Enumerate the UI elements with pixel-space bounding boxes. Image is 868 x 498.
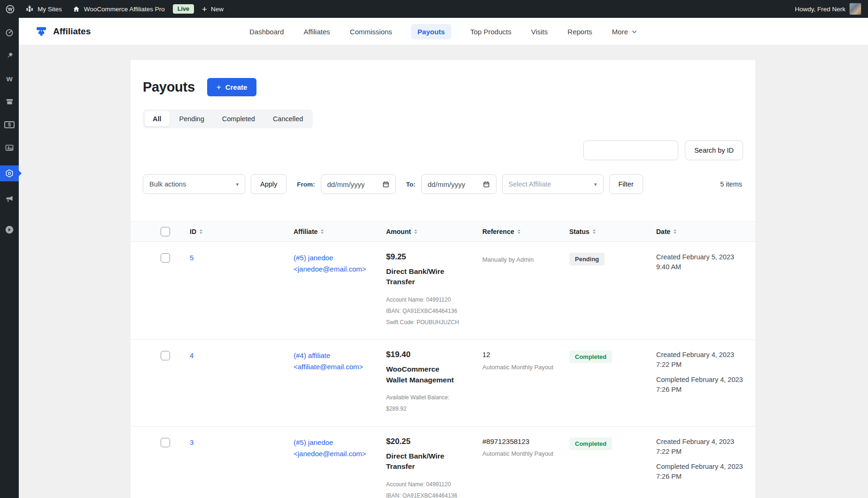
affiliate-select[interactable]: Select Affiliate ▾: [502, 174, 604, 194]
nav-visits[interactable]: Visits: [530, 24, 549, 39]
main-content: Payouts + Create All Pending Completed C…: [19, 45, 868, 498]
header-amount[interactable]: Amount: [386, 222, 482, 241]
table-row: 4 (#4) affiliate <affiliate@email.com> $…: [131, 340, 755, 427]
search-id-input[interactable]: [583, 140, 678, 160]
payout-method-details: Account Name: 04991120 IBAN: QA91EXBC464…: [386, 481, 482, 498]
table-row: 5 (#5) janedoe <janedoe@email.com> $9.25…: [131, 242, 755, 340]
status-badge: Completed: [569, 437, 612, 450]
affiliates-logo-icon: [35, 25, 48, 38]
site-name: WooCommerce Affiliates Pro: [84, 6, 165, 13]
reference-note: Automatic Monthly Payout: [482, 363, 569, 372]
payout-method: Direct Bank/Wire Transfer: [386, 266, 461, 288]
tab-completed[interactable]: Completed: [214, 111, 263, 126]
sort-icon: [414, 229, 417, 234]
plus-icon: +: [202, 5, 207, 14]
w-icon[interactable]: w: [0, 73, 19, 84]
affiliate-link[interactable]: (#5) janedoe: [294, 437, 386, 448]
affiliate-link[interactable]: (#5) janedoe: [294, 252, 386, 264]
payout-method: WooCommerce Wallet Management: [386, 364, 461, 385]
wp-logo-menu[interactable]: [0, 0, 20, 18]
payout-amount: $9.25: [386, 252, 482, 262]
payments-icon[interactable]: $: [0, 119, 19, 130]
filter-button[interactable]: Filter: [609, 174, 643, 194]
header-reference[interactable]: Reference: [482, 222, 569, 241]
affiliate-email-link[interactable]: <affiliate@email.com>: [294, 361, 386, 373]
site-menu[interactable]: WooCommerce Affiliates Pro: [67, 0, 170, 18]
caret-down-icon: ▾: [594, 181, 597, 187]
calendar-icon: [483, 181, 490, 188]
nav-dashboard[interactable]: Dashboard: [248, 24, 285, 39]
plugin-header: Affiliates Dashboard Affiliates Commissi…: [19, 18, 868, 45]
wp-admin-bar: My Sites WooCommerce Affiliates Pro Live…: [0, 0, 868, 18]
from-label: From:: [297, 181, 315, 188]
collapse-icon[interactable]: [0, 225, 19, 235]
reference-value: 12: [482, 350, 569, 359]
my-sites-label: My Sites: [38, 6, 62, 13]
howdy-label: Howdy, Fred Nerk: [795, 6, 845, 13]
payout-amount: $19.40: [386, 350, 482, 359]
nav-payouts[interactable]: Payouts: [411, 24, 451, 39]
megaphone-icon[interactable]: [0, 194, 19, 204]
payout-id-link[interactable]: 5: [190, 252, 294, 264]
brand-name: Affiliates: [53, 26, 91, 37]
header-date[interactable]: Date: [656, 222, 743, 241]
sort-icon: [674, 229, 676, 234]
nav-reports[interactable]: Reports: [566, 24, 593, 39]
archive-icon[interactable]: [0, 96, 19, 107]
caret-down-icon: ▾: [236, 181, 239, 187]
affiliate-link[interactable]: (#4) affiliate: [294, 350, 386, 361]
sort-icon: [593, 229, 596, 234]
row-checkbox[interactable]: [161, 351, 170, 360]
home-icon: [72, 5, 80, 13]
page-title: Payouts: [143, 79, 195, 95]
nav-more[interactable]: More: [611, 24, 638, 39]
status-tabs: All Pending Completed Cancelled: [143, 109, 313, 128]
account-menu[interactable]: Howdy, Fred Nerk: [790, 0, 862, 18]
pin-icon[interactable]: [0, 50, 19, 61]
affiliate-email-link[interactable]: <janedoe@email.com>: [294, 448, 386, 459]
new-content-menu[interactable]: + New: [197, 0, 229, 18]
brand[interactable]: Affiliates: [35, 18, 91, 45]
nav-affiliates[interactable]: Affiliates: [302, 24, 331, 39]
bulk-actions-select[interactable]: Bulk actions ▾: [143, 174, 245, 194]
header-affiliate[interactable]: Affiliate: [294, 222, 386, 241]
header-status[interactable]: Status: [569, 222, 656, 241]
tab-cancelled[interactable]: Cancelled: [265, 111, 311, 126]
nav-commissions[interactable]: Commissions: [349, 24, 393, 39]
chevron-down-icon: [631, 29, 637, 35]
plus-icon: +: [217, 83, 221, 91]
sort-icon: [518, 229, 520, 234]
date-from-input[interactable]: dd/mm/yyyy: [321, 174, 396, 194]
items-count: 5 items: [720, 180, 743, 188]
date-to-input[interactable]: dd/mm/yyyy: [421, 174, 496, 194]
create-button[interactable]: + Create: [207, 78, 257, 96]
my-sites-icon: [25, 5, 34, 13]
nav-top-products[interactable]: Top Products: [469, 24, 512, 39]
affiliate-email-link[interactable]: <janedoe@email.com>: [294, 264, 386, 275]
payout-id-link[interactable]: 3: [190, 437, 294, 448]
select-all-checkbox[interactable]: [161, 227, 170, 236]
users-icon[interactable]: [0, 142, 19, 153]
tab-all[interactable]: All: [145, 111, 170, 126]
payout-amount: $20.25: [386, 437, 482, 446]
table-header-row: ID Affiliate Amount Reference Status: [131, 221, 755, 242]
created-date: Created February 4, 2023 7:22 PM: [656, 437, 743, 457]
search-by-id-button[interactable]: Search by ID: [685, 140, 743, 160]
payout-id-link[interactable]: 4: [190, 350, 294, 361]
avatar: [849, 3, 861, 15]
wp-sidebar: w $ D: [0, 18, 19, 498]
apply-button[interactable]: Apply: [251, 174, 287, 194]
dashboard-icon[interactable]: [0, 27, 19, 38]
tab-pending[interactable]: Pending: [171, 111, 212, 126]
completed-date: Completed February 4, 2023 7:26 PM: [656, 462, 743, 482]
calendar-icon: [382, 181, 389, 188]
my-sites-menu[interactable]: My Sites: [20, 0, 67, 18]
affiliates-icon[interactable]: D: [0, 165, 19, 181]
to-label: To:: [406, 181, 416, 188]
header-id[interactable]: ID: [190, 222, 294, 241]
environment-badge: Live: [173, 4, 194, 14]
row-checkbox[interactable]: [161, 438, 170, 447]
payout-method: Direct Bank/Wire Transfer: [386, 451, 461, 472]
row-checkbox[interactable]: [161, 253, 170, 263]
table-row: 3 (#5) janedoe <janedoe@email.com> $20.2…: [131, 427, 755, 498]
